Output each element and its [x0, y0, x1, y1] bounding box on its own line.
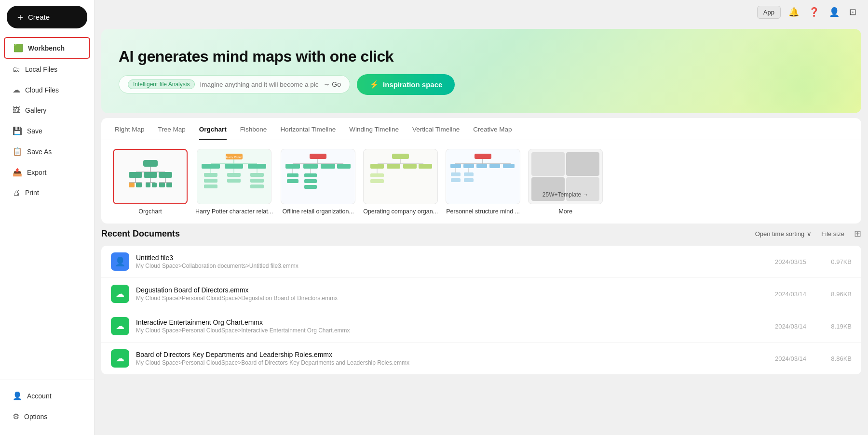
doc-size-2: 8.96KB [813, 290, 852, 298]
sidebar-item-label: Save As [27, 148, 52, 156]
svg-rect-24 [225, 164, 243, 169]
svg-rect-14 [152, 183, 157, 187]
svg-rect-60 [370, 179, 384, 183]
sidebar-nav: 🟩 Workbench 🗂 Local Files ☁ Cloud Files … [0, 34, 94, 380]
sidebar-item-label: Account [27, 392, 52, 400]
doc-row[interactable]: ☁ Interactive Entertainment Org Chart.em… [101, 310, 861, 343]
sidebar-item-save-as[interactable]: 📋 Save As [4, 142, 90, 161]
svg-rect-28 [204, 179, 217, 183]
svg-rect-50 [304, 185, 317, 189]
sort-button[interactable]: Open time sorting ∨ [755, 230, 812, 237]
svg-rect-10 [136, 183, 142, 187]
template-card-more[interactable]: 25W+Template → More [528, 149, 603, 215]
tab-horizontal-timeline[interactable]: Horizontal Timeline [280, 126, 336, 140]
svg-rect-42 [321, 164, 335, 169]
sidebar-item-label: Export [27, 169, 46, 176]
options-icon: ⚙ [13, 412, 19, 421]
notification-icon[interactable]: 🔔 [787, 5, 801, 19]
doc-path-2: My Cloud Space>Personal CloudSpace>Degus… [136, 295, 746, 302]
svg-rect-18 [166, 183, 172, 187]
save-icon: 💾 [13, 126, 22, 135]
svg-rect-57 [419, 164, 432, 169]
sidebar: ＋ Create 🟩 Workbench 🗂 Local Files ☁ Clo… [0, 0, 95, 435]
doc-row[interactable]: 👤 Untitled file3 My Cloud Space>Collabor… [101, 246, 861, 278]
doc-size-4: 8.86KB [813, 355, 852, 362]
export-icon: 📤 [13, 168, 22, 177]
template-card-orgchart-blank[interactable]: Orgchart [113, 149, 188, 215]
svg-rect-51 [392, 154, 409, 159]
doc-name-2: Degustation Board of Directors.emmx [136, 286, 746, 294]
doc-name-1: Untitled file3 [136, 254, 746, 262]
sidebar-item-account[interactable]: 👤 Account [4, 386, 90, 406]
hero-search-input[interactable] [200, 81, 318, 88]
doc-info-2: Degustation Board of Directors.emmx My C… [136, 286, 746, 302]
profile-menu-icon[interactable]: 👤 [827, 5, 841, 19]
svg-rect-9 [129, 183, 135, 187]
go-button[interactable]: → Go [323, 80, 341, 88]
svg-rect-48 [304, 173, 317, 177]
template-thumb-orgchart [113, 149, 188, 204]
svg-rect-71 [451, 178, 461, 182]
recent-section: Recent Documents Open time sorting ∨ Fil… [101, 228, 861, 374]
sidebar-item-gallery[interactable]: 🖼 Gallery [4, 101, 90, 120]
svg-rect-45 [287, 173, 298, 177]
doc-icon-1: 👤 [111, 252, 129, 271]
doc-info-4: Board of Directors Key Departments and L… [136, 351, 746, 366]
hero-banner: AI generates mind maps with one click In… [101, 29, 861, 113]
svg-rect-37 [310, 154, 326, 159]
doc-icon-4: ☁ [111, 349, 129, 368]
sidebar-item-export[interactable]: 📤 Export [4, 162, 90, 182]
doc-row[interactable]: ☁ Board of Directors Key Departments and… [101, 343, 861, 374]
svg-rect-64 [450, 164, 461, 168]
window-icon[interactable]: ⊡ [847, 5, 858, 19]
svg-rect-25 [248, 164, 266, 169]
svg-rect-23 [202, 164, 220, 169]
app-button[interactable]: App [757, 6, 781, 19]
tab-fishbone[interactable]: Fishbone [240, 126, 267, 140]
doc-row[interactable]: ☁ Degustation Board of Directors.emmx My… [101, 278, 861, 310]
sidebar-item-cloud-files[interactable]: ☁ Cloud Files [4, 80, 90, 100]
sidebar-item-workbench[interactable]: 🟩 Workbench [4, 37, 90, 59]
doc-name-4: Board of Directors Key Departments and L… [136, 351, 746, 358]
sidebar-item-options[interactable]: ⚙ Options [4, 407, 90, 426]
inspiration-button[interactable]: ⚡ Inspiration space [357, 74, 455, 95]
tab-winding-timeline[interactable]: Winding Timeline [349, 126, 399, 140]
doc-list: 👤 Untitled file3 My Cloud Space>Collabor… [101, 246, 861, 374]
svg-rect-27 [204, 173, 217, 177]
tabs-row: Right Map Tree Map Orgchart Fishbone Hor… [101, 118, 861, 140]
tab-right-map[interactable]: Right Map [115, 126, 145, 140]
sidebar-item-print[interactable]: 🖨 Print [4, 183, 90, 202]
recent-title: Recent Documents [101, 229, 180, 239]
doc-size-3: 8.19KB [813, 323, 852, 330]
doc-icon-3: ☁ [111, 317, 129, 335]
svg-rect-68 [503, 164, 515, 168]
template-label-harry-potter: Harry Potter character relat... [195, 208, 273, 215]
svg-rect-3 [129, 172, 142, 178]
svg-rect-32 [227, 179, 241, 183]
svg-rect-49 [304, 179, 317, 183]
tab-vertical-timeline[interactable]: Vertical Timeline [412, 126, 460, 140]
template-thumb-operating-company [363, 149, 438, 204]
tab-orgchart[interactable]: Orgchart [199, 126, 227, 140]
tab-creative-map[interactable]: Creative Map [473, 126, 512, 140]
template-card-offline-retail[interactable]: Offline retail organization... [281, 149, 355, 215]
create-label: Create [28, 13, 50, 21]
template-card-personnel-structure[interactable]: Personnel structure mind ... [446, 149, 520, 215]
create-button[interactable]: ＋ Create [7, 6, 87, 28]
hero-search-bar[interactable]: Intelligent file Analysis → Go [119, 75, 350, 93]
sidebar-item-label: Options [24, 413, 47, 421]
help-icon[interactable]: ❓ [807, 5, 821, 19]
tab-tree-map[interactable]: Tree Map [158, 126, 186, 140]
search-tag: Intelligent file Analysis [128, 79, 195, 89]
svg-rect-56 [403, 164, 417, 169]
svg-rect-5 [144, 172, 157, 178]
svg-rect-54 [370, 164, 384, 169]
sidebar-item-save[interactable]: 💾 Save [4, 121, 90, 141]
svg-rect-34 [250, 173, 264, 177]
sidebar-item-local-files[interactable]: 🗂 Local Files [4, 60, 90, 79]
svg-rect-31 [227, 173, 241, 177]
template-card-harry-potter[interactable]: Harry Potter [195, 149, 273, 215]
template-card-operating-company[interactable]: Operating company organ... [363, 149, 438, 215]
view-toggle-icon[interactable]: ⊞ [854, 228, 861, 239]
cloud-files-icon: ☁ [13, 85, 20, 94]
